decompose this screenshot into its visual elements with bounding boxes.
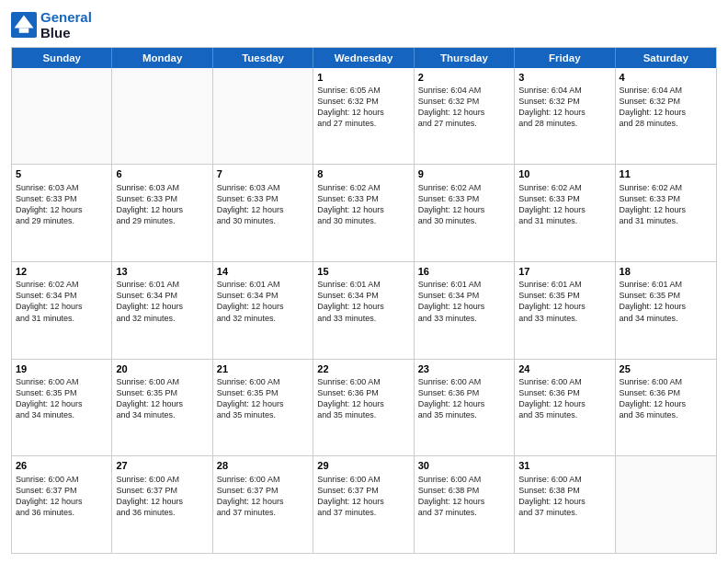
day-number: 5 <box>16 167 108 180</box>
day-cell-25: 25Sunrise: 6:00 AM Sunset: 6:36 PM Dayli… <box>616 360 716 456</box>
day-number: 21 <box>217 362 309 375</box>
day-cell-3: 3Sunrise: 6:04 AM Sunset: 6:32 PM Daylig… <box>515 68 615 165</box>
day-number: 27 <box>116 459 208 472</box>
day-info: Sunrise: 6:01 AM Sunset: 6:34 PM Dayligh… <box>317 279 409 324</box>
day-number: 12 <box>16 265 108 278</box>
day-info: Sunrise: 6:03 AM Sunset: 6:33 PM Dayligh… <box>217 182 309 227</box>
day-number: 9 <box>418 167 510 180</box>
day-info: Sunrise: 6:00 AM Sunset: 6:38 PM Dayligh… <box>518 474 610 519</box>
weekday-header-monday: Monday <box>112 48 212 68</box>
day-cell-7: 7Sunrise: 6:03 AM Sunset: 6:33 PM Daylig… <box>213 165 313 261</box>
day-cell-28: 28Sunrise: 6:00 AM Sunset: 6:37 PM Dayli… <box>213 456 313 553</box>
day-info: Sunrise: 6:02 AM Sunset: 6:33 PM Dayligh… <box>317 182 409 227</box>
calendar-row-2: 5Sunrise: 6:03 AM Sunset: 6:33 PM Daylig… <box>12 165 716 262</box>
calendar-body: 1Sunrise: 6:05 AM Sunset: 6:32 PM Daylig… <box>12 68 716 554</box>
calendar-header: SundayMondayTuesdayWednesdayThursdayFrid… <box>12 48 716 68</box>
day-info: Sunrise: 6:00 AM Sunset: 6:36 PM Dayligh… <box>317 376 409 421</box>
calendar: SundayMondayTuesdayWednesdayThursdayFrid… <box>11 47 717 555</box>
day-info: Sunrise: 6:00 AM Sunset: 6:37 PM Dayligh… <box>16 474 108 519</box>
day-cell-17: 17Sunrise: 6:01 AM Sunset: 6:35 PM Dayli… <box>515 262 615 359</box>
day-number: 30 <box>418 459 510 472</box>
empty-cell <box>12 68 112 165</box>
day-info: Sunrise: 6:00 AM Sunset: 6:35 PM Dayligh… <box>217 376 309 421</box>
day-number: 2 <box>418 71 510 84</box>
day-cell-4: 4Sunrise: 6:04 AM Sunset: 6:32 PM Daylig… <box>616 68 716 165</box>
day-cell-31: 31Sunrise: 6:00 AM Sunset: 6:38 PM Dayli… <box>515 456 615 553</box>
day-cell-30: 30Sunrise: 6:00 AM Sunset: 6:38 PM Dayli… <box>415 456 515 553</box>
day-info: Sunrise: 6:00 AM Sunset: 6:38 PM Dayligh… <box>418 474 510 519</box>
day-number: 11 <box>620 167 712 180</box>
day-info: Sunrise: 6:01 AM Sunset: 6:34 PM Dayligh… <box>116 279 208 324</box>
day-cell-19: 19Sunrise: 6:00 AM Sunset: 6:35 PM Dayli… <box>12 360 112 456</box>
day-info: Sunrise: 6:00 AM Sunset: 6:37 PM Dayligh… <box>217 474 309 519</box>
weekday-header-saturday: Saturday <box>616 48 716 68</box>
day-info: Sunrise: 6:05 AM Sunset: 6:32 PM Dayligh… <box>317 85 409 130</box>
day-cell-21: 21Sunrise: 6:00 AM Sunset: 6:35 PM Dayli… <box>213 360 313 456</box>
day-cell-11: 11Sunrise: 6:02 AM Sunset: 6:33 PM Dayli… <box>616 165 716 261</box>
day-info: Sunrise: 6:02 AM Sunset: 6:33 PM Dayligh… <box>418 182 510 227</box>
day-info: Sunrise: 6:01 AM Sunset: 6:34 PM Dayligh… <box>418 279 510 324</box>
day-number: 20 <box>116 362 208 375</box>
day-info: Sunrise: 6:00 AM Sunset: 6:37 PM Dayligh… <box>116 474 208 519</box>
day-cell-10: 10Sunrise: 6:02 AM Sunset: 6:33 PM Dayli… <box>515 165 615 261</box>
day-info: Sunrise: 6:03 AM Sunset: 6:33 PM Dayligh… <box>116 182 208 227</box>
day-number: 14 <box>217 265 309 278</box>
day-info: Sunrise: 6:00 AM Sunset: 6:35 PM Dayligh… <box>116 376 208 421</box>
day-cell-9: 9Sunrise: 6:02 AM Sunset: 6:33 PM Daylig… <box>415 165 515 261</box>
day-info: Sunrise: 6:00 AM Sunset: 6:36 PM Dayligh… <box>518 376 610 421</box>
day-info: Sunrise: 6:02 AM Sunset: 6:33 PM Dayligh… <box>518 182 610 227</box>
calendar-row-1: 1Sunrise: 6:05 AM Sunset: 6:32 PM Daylig… <box>12 68 716 166</box>
day-number: 31 <box>518 459 610 472</box>
day-number: 1 <box>317 71 409 84</box>
day-cell-26: 26Sunrise: 6:00 AM Sunset: 6:37 PM Dayli… <box>12 456 112 553</box>
day-cell-8: 8Sunrise: 6:02 AM Sunset: 6:33 PM Daylig… <box>313 165 414 261</box>
day-cell-23: 23Sunrise: 6:00 AM Sunset: 6:36 PM Dayli… <box>415 360 515 456</box>
logo: GeneralBlue <box>11 9 92 41</box>
day-info: Sunrise: 6:01 AM Sunset: 6:34 PM Dayligh… <box>217 279 309 324</box>
day-cell-12: 12Sunrise: 6:02 AM Sunset: 6:34 PM Dayli… <box>12 262 112 359</box>
logo-icon <box>11 12 37 38</box>
day-info: Sunrise: 6:00 AM Sunset: 6:37 PM Dayligh… <box>317 474 409 519</box>
day-number: 26 <box>16 459 108 472</box>
day-number: 23 <box>418 362 510 375</box>
day-cell-22: 22Sunrise: 6:00 AM Sunset: 6:36 PM Dayli… <box>313 360 414 456</box>
day-cell-16: 16Sunrise: 6:01 AM Sunset: 6:34 PM Dayli… <box>415 262 515 359</box>
day-cell-29: 29Sunrise: 6:00 AM Sunset: 6:37 PM Dayli… <box>313 456 414 553</box>
day-cell-2: 2Sunrise: 6:04 AM Sunset: 6:32 PM Daylig… <box>415 68 515 165</box>
weekday-header-thursday: Thursday <box>415 48 515 68</box>
day-cell-27: 27Sunrise: 6:00 AM Sunset: 6:37 PM Dayli… <box>112 456 212 553</box>
day-number: 3 <box>518 71 610 84</box>
day-info: Sunrise: 6:00 AM Sunset: 6:36 PM Dayligh… <box>620 376 712 421</box>
weekday-header-tuesday: Tuesday <box>213 48 313 68</box>
day-number: 18 <box>620 265 712 278</box>
day-cell-15: 15Sunrise: 6:01 AM Sunset: 6:34 PM Dayli… <box>313 262 414 359</box>
empty-cell <box>213 68 313 165</box>
day-number: 8 <box>317 167 409 180</box>
day-info: Sunrise: 6:04 AM Sunset: 6:32 PM Dayligh… <box>518 85 610 130</box>
day-number: 13 <box>116 265 208 278</box>
day-info: Sunrise: 6:01 AM Sunset: 6:35 PM Dayligh… <box>620 279 712 324</box>
empty-cell <box>616 456 716 553</box>
day-info: Sunrise: 6:00 AM Sunset: 6:35 PM Dayligh… <box>16 376 108 421</box>
day-info: Sunrise: 6:03 AM Sunset: 6:33 PM Dayligh… <box>16 182 108 227</box>
day-info: Sunrise: 6:04 AM Sunset: 6:32 PM Dayligh… <box>620 85 712 130</box>
weekday-header-sunday: Sunday <box>12 48 112 68</box>
day-cell-14: 14Sunrise: 6:01 AM Sunset: 6:34 PM Dayli… <box>213 262 313 359</box>
day-info: Sunrise: 6:01 AM Sunset: 6:35 PM Dayligh… <box>518 279 610 324</box>
day-number: 29 <box>317 459 409 472</box>
day-number: 24 <box>518 362 610 375</box>
calendar-row-3: 12Sunrise: 6:02 AM Sunset: 6:34 PM Dayli… <box>12 262 716 360</box>
day-cell-1: 1Sunrise: 6:05 AM Sunset: 6:32 PM Daylig… <box>313 68 414 165</box>
day-info: Sunrise: 6:02 AM Sunset: 6:34 PM Dayligh… <box>16 279 108 324</box>
day-cell-5: 5Sunrise: 6:03 AM Sunset: 6:33 PM Daylig… <box>12 165 112 261</box>
day-number: 28 <box>217 459 309 472</box>
day-number: 6 <box>116 167 208 180</box>
day-info: Sunrise: 6:04 AM Sunset: 6:32 PM Dayligh… <box>418 85 510 130</box>
calendar-row-4: 19Sunrise: 6:00 AM Sunset: 6:35 PM Dayli… <box>12 360 716 457</box>
svg-rect-2 <box>19 29 29 33</box>
day-number: 15 <box>317 265 409 278</box>
day-number: 10 <box>518 167 610 180</box>
day-number: 19 <box>16 362 108 375</box>
day-info: Sunrise: 6:02 AM Sunset: 6:33 PM Dayligh… <box>620 182 712 227</box>
day-info: Sunrise: 6:00 AM Sunset: 6:36 PM Dayligh… <box>418 376 510 421</box>
